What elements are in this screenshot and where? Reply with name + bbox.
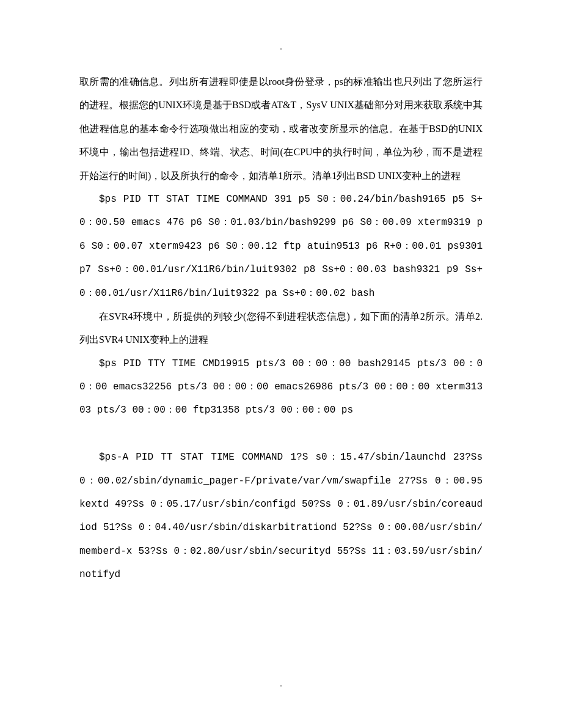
code-block-svr4: $ps PID TTY TIME CMD19915 pts/3 00：00：00… [79, 352, 483, 422]
footer-marker: . [280, 674, 282, 694]
document-body: 取所需的准确信息。列出所有进程即使是以root身份登录，ps的标准输出也只列出了… [79, 70, 483, 587]
paragraph-svr4: 在SVR4环境中，所提供的列较少(您得不到进程状态信息)，如下面的清单2所示。清… [79, 305, 483, 352]
paragraph-intro: 取所需的准确信息。列出所有进程即使是以root身份登录，ps的标准输出也只列出了… [79, 70, 483, 188]
header-marker: . [280, 37, 282, 57]
code-block-bsd: $ps PID TT STAT TIME COMMAND 391 p5 S0：0… [79, 188, 483, 305]
code-block-psa: $ps-A PID TT STAT TIME COMMAND 1?S s0：15… [79, 446, 483, 586]
blank-line [79, 422, 483, 446]
